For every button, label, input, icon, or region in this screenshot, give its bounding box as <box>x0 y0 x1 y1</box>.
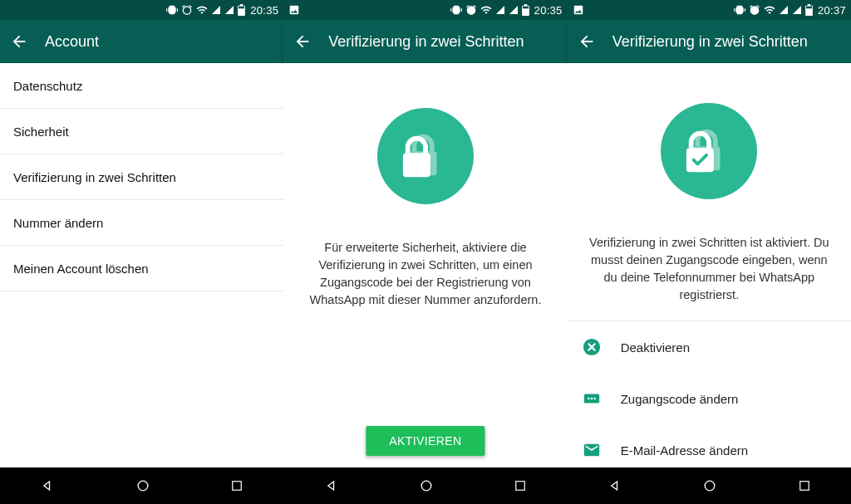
twostep-active-description: Verifizierung in zwei Schritten ist akti… <box>568 234 851 304</box>
nav-bar <box>0 467 283 504</box>
back-icon[interactable] <box>578 32 596 51</box>
page-title: Verifizierung in zwei Schritten <box>612 33 808 51</box>
svg-point-6 <box>421 481 431 491</box>
activate-button[interactable]: AKTIVIEREN <box>366 426 485 456</box>
svg-rect-8 <box>806 7 812 9</box>
close-circle-icon <box>583 338 601 356</box>
svg-rect-5 <box>403 153 430 177</box>
clock: 20:35 <box>534 4 563 17</box>
image-icon <box>573 4 584 16</box>
list-label: Datenschutz <box>13 79 82 93</box>
wifi-icon <box>480 4 492 16</box>
svg-rect-0 <box>239 7 244 9</box>
twostep-description: Für erweiterte Sicherheit, aktiviere die… <box>283 239 567 309</box>
app-bar: Account <box>0 20 283 63</box>
passcode-icon <box>583 389 601 408</box>
image-icon <box>288 4 300 16</box>
nav-home-icon[interactable] <box>120 472 166 499</box>
svg-rect-7 <box>516 482 525 491</box>
svg-point-13 <box>588 398 590 400</box>
alarm-icon <box>181 4 193 16</box>
signal-icon <box>779 5 789 15</box>
page-title: Account <box>45 33 99 51</box>
vibrate-icon <box>450 4 462 16</box>
signal-icon <box>211 5 221 15</box>
nav-back-icon[interactable] <box>24 472 71 499</box>
signal2-icon <box>509 5 519 15</box>
nav-home-icon[interactable] <box>686 472 733 499</box>
content-twostep-intro: Für erweiterte Sicherheit, aktiviere die… <box>283 63 567 467</box>
svg-point-1 <box>138 481 148 491</box>
nav-recent-icon[interactable] <box>214 473 259 498</box>
signal-icon <box>495 5 505 15</box>
alarm-icon <box>749 4 760 16</box>
list-label: Sicherheit <box>13 125 69 139</box>
list-label: Nummer ändern <box>13 216 103 230</box>
nav-recent-icon[interactable] <box>782 473 827 498</box>
option-label: E-Mail-Adresse ändern <box>621 443 748 458</box>
account-item-twostep[interactable]: Verifizierung in zwei Schritten <box>0 154 283 200</box>
back-icon[interactable] <box>293 32 312 51</box>
list-label: Verifizierung in zwei Schritten <box>13 170 176 184</box>
wifi-icon <box>764 4 775 16</box>
page-title: Verifizierung in zwei Schritten <box>328 33 524 51</box>
account-item-security[interactable]: Sicherheit <box>0 109 283 154</box>
clock: 20:35 <box>250 4 278 17</box>
lock-check-hero-icon <box>661 103 757 199</box>
status-bar: 20:37 <box>568 0 851 20</box>
account-item-privacy[interactable]: Datenschutz <box>0 63 283 109</box>
account-item-delete[interactable]: Meinen Account löschen <box>0 246 283 291</box>
phone-twostep-active: 20:37 Verifizierung in zwei Schritten <box>568 0 851 504</box>
phone-twostep-intro: 20:35 Verifizierung in zwei Schritten <box>283 0 567 504</box>
nav-home-icon[interactable] <box>403 472 450 499</box>
content-account: Datenschutz Sicherheit Verifizierung in … <box>0 63 283 467</box>
back-icon[interactable] <box>10 32 28 51</box>
content-twostep-active: Verifizierung in zwei Schritten ist akti… <box>568 63 851 467</box>
option-deactivate[interactable]: Deaktivieren <box>568 321 851 373</box>
svg-rect-3 <box>523 7 529 9</box>
nav-back-icon[interactable] <box>308 472 355 499</box>
option-change-code[interactable]: Zugangscode ändern <box>568 373 851 424</box>
email-icon <box>583 441 601 459</box>
option-label: Zugangscode ändern <box>621 392 739 406</box>
vibrate-icon <box>734 4 745 16</box>
list-label: Meinen Account löschen <box>13 262 149 276</box>
battery-icon <box>238 4 245 16</box>
battery-icon <box>522 4 529 16</box>
clock: 20:37 <box>818 4 846 17</box>
signal2-icon <box>792 5 802 15</box>
vibrate-icon <box>166 4 178 16</box>
status-bar: 20:35 <box>283 0 567 20</box>
lock-hero-icon <box>377 108 474 204</box>
option-label: Deaktivieren <box>621 340 690 355</box>
app-bar: Verifizierung in zwei Schritten <box>283 20 567 63</box>
nav-bar <box>568 467 851 504</box>
svg-point-14 <box>590 398 593 400</box>
account-item-changenum[interactable]: Nummer ändern <box>0 200 283 246</box>
nav-recent-icon[interactable] <box>498 473 543 498</box>
wifi-icon <box>196 4 208 16</box>
app-bar: Verifizierung in zwei Schritten <box>568 20 851 63</box>
nav-back-icon[interactable] <box>592 472 638 499</box>
status-bar: 20:35 <box>0 0 283 20</box>
phone-account: 20:35 Account Datenschutz Sicherheit Ver… <box>0 0 283 504</box>
option-change-email[interactable]: E-Mail-Adresse ändern <box>568 424 851 467</box>
alarm-icon <box>465 4 477 16</box>
nav-bar <box>283 467 567 504</box>
signal2-icon <box>224 5 234 15</box>
svg-point-15 <box>593 398 596 400</box>
svg-point-16 <box>705 481 715 491</box>
svg-rect-2 <box>233 482 242 491</box>
svg-rect-17 <box>800 482 809 491</box>
battery-icon <box>805 4 813 16</box>
